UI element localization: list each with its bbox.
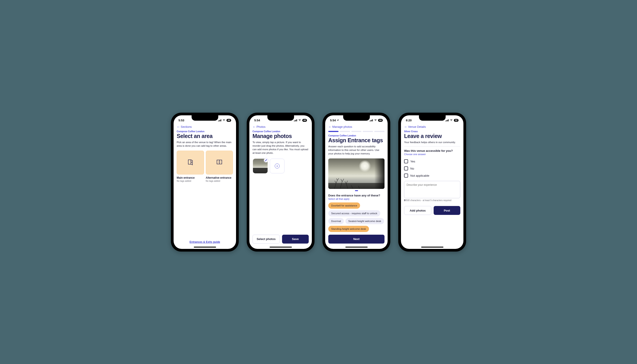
battery-indicator: 44 bbox=[378, 119, 383, 122]
progress-segment bbox=[352, 131, 362, 132]
chip-doormat[interactable]: Doormat bbox=[328, 218, 344, 224]
progress-segment bbox=[374, 131, 384, 132]
svg-rect-4 bbox=[188, 160, 191, 164]
tile-sublabel: No tags added bbox=[177, 180, 204, 182]
svg-rect-12 bbox=[296, 120, 296, 121]
tile-label: Main entrance bbox=[177, 176, 204, 179]
home-indicator[interactable] bbox=[194, 247, 216, 248]
notch bbox=[343, 115, 370, 121]
home-indicator[interactable] bbox=[346, 247, 368, 248]
add-photo-button[interactable]: + bbox=[270, 159, 284, 173]
option-no[interactable]: No bbox=[404, 165, 460, 172]
back-button[interactable]: ← Manage photos bbox=[325, 123, 388, 130]
option-not-applicable[interactable]: Not applicable bbox=[404, 172, 460, 179]
page-subtitle: Answer each question to add accessibilit… bbox=[328, 145, 384, 155]
breadcrumb: Compose Coffee London bbox=[328, 134, 384, 137]
checkbox-icon bbox=[404, 174, 408, 178]
phone-frame-3: 5:54 44 ← Manage photos Compose Coffee L… bbox=[322, 113, 390, 252]
location-icon bbox=[337, 119, 339, 122]
home-indicator[interactable] bbox=[270, 247, 292, 248]
svg-rect-20 bbox=[447, 120, 448, 121]
save-button[interactable]: Save bbox=[282, 235, 309, 244]
svg-rect-11 bbox=[295, 120, 296, 121]
battery-indicator: 44 bbox=[302, 119, 307, 122]
signal-icon bbox=[446, 119, 449, 122]
edit-photo-button[interactable] bbox=[264, 158, 268, 162]
chip-seated-desk[interactable]: Seated-height welcome desk bbox=[346, 218, 384, 224]
svg-rect-16 bbox=[372, 120, 372, 121]
progress-segment bbox=[328, 131, 338, 132]
home-indicator[interactable] bbox=[421, 247, 444, 248]
add-photos-button[interactable]: Add photos bbox=[404, 206, 432, 215]
option-yes[interactable]: Yes bbox=[404, 158, 460, 165]
chip-doorbell[interactable]: Doorbell for assistance bbox=[328, 202, 360, 209]
back-arrow-icon: ← bbox=[177, 125, 180, 129]
breadcrumb: Compose Coffee London bbox=[252, 130, 309, 133]
back-arrow-icon: ← bbox=[252, 125, 256, 129]
battery-indicator: 32 bbox=[454, 119, 458, 122]
svg-rect-13 bbox=[296, 119, 297, 121]
status-time: 5:54 bbox=[330, 119, 336, 122]
back-label: Manage photos bbox=[332, 125, 352, 128]
pencil-icon bbox=[265, 159, 268, 162]
status-time: 5:53 bbox=[178, 119, 184, 122]
back-button[interactable]: ← Venue Details bbox=[401, 123, 464, 130]
checkbox-icon bbox=[404, 166, 408, 170]
svg-rect-1 bbox=[219, 120, 220, 121]
door-double-icon bbox=[216, 158, 223, 166]
page-title: Assign Entrance tags bbox=[328, 137, 384, 144]
battery-indicator: 44 bbox=[226, 119, 231, 122]
back-label: Venue Details bbox=[408, 125, 426, 128]
area-tile-alternative-entrance[interactable] bbox=[206, 151, 233, 174]
svg-rect-21 bbox=[448, 119, 449, 121]
phone-frame-2: 5:54 44 ← Photos Compose Coffee London M… bbox=[247, 113, 314, 252]
status-time: 5:54 bbox=[254, 119, 260, 122]
svg-rect-2 bbox=[220, 120, 220, 121]
review-textarea[interactable] bbox=[404, 181, 460, 198]
question-label: Does the entrance have any of these? bbox=[328, 194, 384, 197]
back-label: Photos bbox=[256, 125, 266, 128]
back-button[interactable]: ← Photos bbox=[250, 123, 312, 130]
progress-segment bbox=[340, 131, 350, 132]
next-button[interactable]: Next bbox=[328, 235, 384, 244]
tile-label: Alternative entrance bbox=[206, 176, 233, 179]
divider bbox=[404, 146, 460, 146]
wifi-icon bbox=[450, 119, 453, 122]
svg-rect-3 bbox=[221, 119, 221, 121]
option-label: No bbox=[410, 167, 414, 170]
page-title: Leave a review bbox=[404, 133, 460, 139]
page-subtitle: To view, simply tap a picture. If you wa… bbox=[252, 140, 309, 155]
area-tile-main-entrance[interactable] bbox=[177, 151, 204, 174]
notch bbox=[419, 115, 446, 121]
svg-rect-15 bbox=[370, 120, 371, 121]
page-subtitle: Pick an area of the venue to tag! When t… bbox=[177, 140, 233, 148]
chip-standing-desk[interactable]: Standing-height welcome desk bbox=[328, 226, 369, 232]
progress-segment bbox=[363, 131, 373, 132]
instruction-label: Select all that apply bbox=[328, 198, 384, 200]
option-label: Yes bbox=[410, 160, 415, 163]
character-count-note: 0/500 characters - at least 5 characters… bbox=[404, 199, 460, 202]
back-button[interactable]: ← Sections bbox=[174, 123, 236, 130]
plus-icon: + bbox=[275, 164, 280, 168]
signal-icon bbox=[218, 119, 221, 122]
checkbox-icon bbox=[404, 159, 408, 163]
post-button[interactable]: Post bbox=[434, 206, 460, 215]
select-photos-button[interactable]: Select photos bbox=[252, 235, 280, 244]
wifi-icon bbox=[222, 119, 226, 122]
phone-frame-1: 5:53 44 ← Sections Compose Coffee London… bbox=[171, 113, 239, 252]
breadcrumb: Compose Coffee London bbox=[177, 130, 233, 133]
page-title: Manage photos bbox=[252, 133, 309, 139]
signal-icon bbox=[370, 119, 373, 122]
wifi-icon bbox=[374, 119, 377, 122]
pager-indicator bbox=[355, 190, 358, 191]
svg-rect-19 bbox=[446, 120, 447, 121]
page-title: Select an area bbox=[177, 133, 233, 139]
svg-rect-17 bbox=[372, 119, 373, 121]
back-arrow-icon: ← bbox=[328, 125, 332, 129]
hero-photo[interactable] bbox=[328, 158, 384, 189]
chip-secured-access[interactable]: Secured access - requires staff to unloc… bbox=[328, 210, 380, 216]
progress-bar bbox=[325, 130, 388, 134]
status-time: 8:20 bbox=[406, 119, 412, 122]
question-label: Was this venue accessible for you? bbox=[404, 149, 460, 152]
page-subtitle: Your feedback helps others in our commun… bbox=[404, 140, 460, 144]
